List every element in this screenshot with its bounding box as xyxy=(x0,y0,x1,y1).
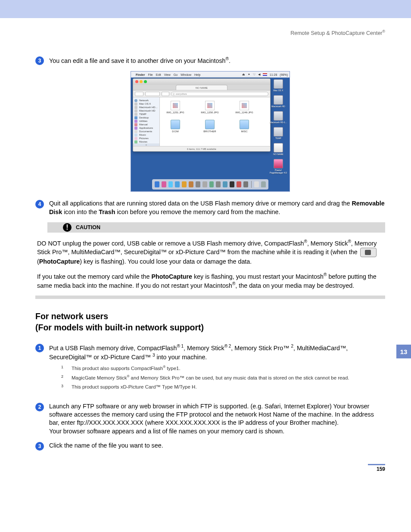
removable-disk-icon xyxy=(274,143,283,152)
page-number-rule xyxy=(368,464,385,465)
dock-icon xyxy=(223,181,227,187)
mac-menubar: Finder File Edit View Go Window Help ⏏✦♡… xyxy=(131,72,290,78)
view-mode-buttons xyxy=(145,92,160,96)
dock-icon xyxy=(182,181,187,187)
network-step-3: 3 Click the name of the file you want to… xyxy=(35,442,385,451)
dock-icon xyxy=(230,181,234,187)
dock-icon xyxy=(243,181,248,187)
jpg-file-icon xyxy=(240,101,249,110)
folder-icon xyxy=(205,120,215,129)
window-title: NO NAME xyxy=(176,85,227,90)
dock-icon xyxy=(237,181,241,187)
volume-icon xyxy=(274,127,283,137)
step-number-1: 1 xyxy=(35,344,44,352)
network-step-1: 1 Put a USB Flash memory drive, CompactF… xyxy=(35,343,385,396)
chapter-tab: 13 xyxy=(396,345,411,358)
network-step-2-text: Launch any FTP software or any web brows… xyxy=(49,402,385,436)
step-4: 4 Quit all applications that are running… xyxy=(35,199,385,216)
caution-body: DO NOT unplug the power cord, USB cable … xyxy=(35,239,385,290)
caution-header: ! CAUTION xyxy=(47,222,385,233)
footnote-3: 3This product supports xD-Picture Card™ … xyxy=(61,384,385,390)
dock-icon xyxy=(189,181,193,187)
step-number-2: 2 xyxy=(35,403,44,411)
footnote-2: 2MagicGate Memory Stick® and Memory Stic… xyxy=(61,374,385,381)
mac-desktop-screenshot: Finder File Edit View Go Window Help ⏏✦♡… xyxy=(131,71,290,192)
network-step-3-text: Click the name of the file you want to s… xyxy=(49,442,385,451)
minimize-icon xyxy=(140,80,143,83)
app-alias-icon xyxy=(274,159,283,168)
jpg-file-icon xyxy=(171,101,180,110)
volume-icon xyxy=(274,111,283,121)
caution-icon: ! xyxy=(63,223,72,232)
finder-window: NO NAME Qeverywhere Network Mac OS X Mac… xyxy=(133,78,271,152)
caution-label: CAUTION xyxy=(76,224,100,230)
dock-icon xyxy=(168,181,173,187)
jpg-file-icon xyxy=(205,101,215,110)
dock-icon xyxy=(202,181,207,187)
search-field: Qeverywhere xyxy=(171,92,268,96)
network-step-1-text: Put a USB Flash memory drive, CompactFla… xyxy=(49,343,385,396)
step-4-text: Quit all applications that are running s… xyxy=(49,199,385,216)
finder-status-bar: 6 items, 111.7 MB available xyxy=(133,146,270,151)
step-number-4: 4 xyxy=(35,200,44,208)
network-step-2: 2 Launch any FTP software or any web bro… xyxy=(35,402,385,436)
dock-icon xyxy=(162,181,166,187)
mac-dock xyxy=(152,179,268,190)
section-divider xyxy=(35,296,385,299)
dock-icon xyxy=(216,181,221,187)
photocapture-key-icon xyxy=(360,248,377,257)
page-number: 159 xyxy=(377,466,385,472)
desktop-icons: Mac OS X Macintosh HD Macintosh HD-1... … xyxy=(270,79,287,174)
safari-dock-icon xyxy=(175,181,180,187)
top-color-bar xyxy=(0,0,411,18)
finder-sidebar: Network Mac OS X Macintosh HD... Macinto… xyxy=(133,97,160,146)
folder-icon xyxy=(171,120,180,129)
volume-icon xyxy=(274,79,283,89)
volume-icon xyxy=(274,95,283,105)
nav-back-forward xyxy=(135,92,143,96)
dock-icon xyxy=(254,181,259,187)
action-button xyxy=(162,92,169,96)
folder-icon xyxy=(240,120,249,129)
step-number-3b: 3 xyxy=(35,442,44,451)
close-icon xyxy=(135,80,138,83)
finder-dock-icon xyxy=(155,181,159,187)
dock-icon xyxy=(196,181,200,187)
step-3: 3 You can edit a file and save it to ano… xyxy=(35,56,385,65)
trash-dock-icon xyxy=(261,181,266,187)
footnote-1: 1This product also supports CompactFlash… xyxy=(61,365,385,372)
zoom-icon xyxy=(144,80,147,83)
finder-content: IMG_1251.JPG IMG_1250.JPG IMG_1249.JPG D… xyxy=(160,97,270,146)
step-number-3: 3 xyxy=(35,56,44,65)
header-title: Remote Setup & PhotoCapture Center® xyxy=(35,29,385,36)
section-heading: For network users (For models with built… xyxy=(35,311,385,333)
step-3-text: You can edit a file and save it to anoth… xyxy=(49,56,385,65)
dock-icon xyxy=(209,181,214,187)
menubar-finder: Finder xyxy=(136,73,145,76)
flag-icon xyxy=(263,73,267,76)
